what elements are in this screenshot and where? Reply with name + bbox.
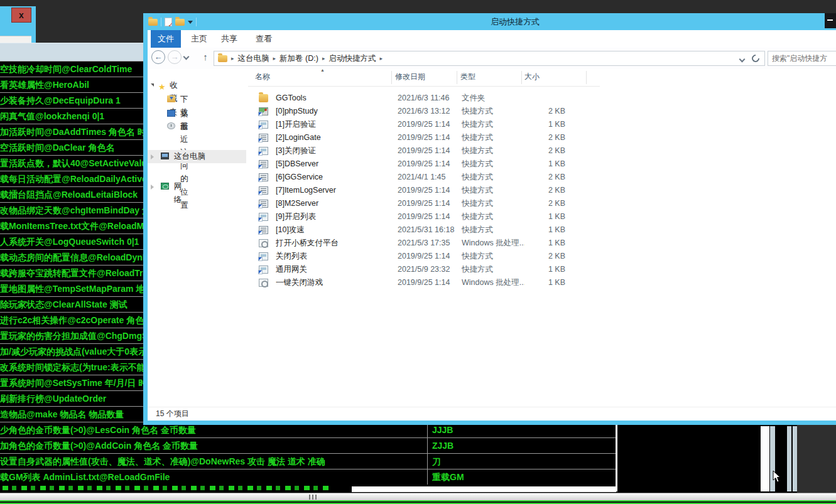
sidebar-item[interactable]: 这台电脑 <box>148 150 246 163</box>
table-row[interactable]: 关闭列表2019/9/25 1:14快捷方式2 KB <box>248 250 600 263</box>
breadcrumb-item[interactable]: 启动快捷方式 <box>328 53 376 64</box>
scrollbar-grip-icon[interactable] <box>309 495 310 500</box>
file-name: GGTools <box>276 92 395 105</box>
scrollbar-track-2[interactable] <box>787 426 791 491</box>
search-input[interactable]: 搜索"启动快捷方 <box>768 51 836 66</box>
expander-icon[interactable] <box>151 83 154 87</box>
table-row[interactable]: [3]关闭验证2019/9/25 1:14快捷方式2 KB <box>248 144 600 158</box>
column-header-date[interactable]: 修改日期 <box>395 72 425 82</box>
apptext-icon <box>259 226 268 234</box>
scrollbar-track[interactable] <box>761 426 769 491</box>
tab-home[interactable]: 主页 <box>188 30 210 48</box>
file-date: 2019/9/25 1:14 <box>398 158 460 171</box>
close-button[interactable]: x <box>11 8 31 23</box>
address-dropdown-icon[interactable] <box>739 56 746 63</box>
scrollbar-thumb-2[interactable] <box>793 426 797 491</box>
table-row[interactable]: 通用网关2021/5/9 23:32快捷方式1 KB <box>248 263 600 276</box>
gm-command-row[interactable]: 造物品@make 物品名 物品数量 <box>0 406 143 422</box>
file-name: [6]GGService <box>276 171 395 184</box>
new-folder-icon[interactable] <box>175 19 185 26</box>
table-row[interactable]: GGTools2021/6/3 11:46文件夹 <box>248 92 600 105</box>
folder-icon[interactable] <box>148 19 158 26</box>
gm-command-row[interactable]: 闲真气值@lookzhenqi 0|1 <box>0 108 143 124</box>
file-date: 2021/4/1 1:45 <box>398 171 460 184</box>
gm-command-row[interactable]: 人系统开关@LogQueueSwitch 0|1 <box>0 233 143 249</box>
gm-command-row[interactable]: 载MonItemsTree.txt文件@ReloadMonIte <box>0 218 143 233</box>
table-row[interactable]: [7]ItemLogServer2019/9/25 1:14快捷方式2 KB <box>248 184 600 197</box>
table-row[interactable]: 打开小桥支付平台2021/5/3 17:35Windows 批处理...1 KB <box>248 237 600 250</box>
chevron-down-icon[interactable] <box>188 21 193 24</box>
file-size: 2 KB <box>521 131 565 144</box>
apptext-icon <box>259 134 268 142</box>
table-row[interactable]: 一键关闭游戏2019/9/25 1:14Windows 批处理...1 KB <box>248 276 600 289</box>
horizontal-scrollbar[interactable] <box>0 493 836 500</box>
address-bar[interactable]: ▸这台电脑▸新加卷 (D:)▸启动快捷方式▸ <box>214 51 765 66</box>
column-separator[interactable] <box>457 71 457 84</box>
gm-command-list-bottom: 少角色的金币数量(>0)@LesCoin 角色名 金币数量JJJB加角色的金币数… <box>0 422 617 493</box>
column-separator[interactable] <box>521 71 522 84</box>
apptext-icon <box>259 200 268 208</box>
file-size: 2 KB <box>521 171 565 184</box>
folder-icon <box>259 94 268 102</box>
gm-command-row[interactable]: 空技能冷却时间@ClearColdTime <box>0 61 143 77</box>
minimize-button[interactable] <box>825 13 836 28</box>
gm-command-row[interactable]: 改系统时间锁定标志(为true:表示不能修改 <box>0 359 143 375</box>
gm-alias-cell[interactable]: 重载GM <box>432 469 614 485</box>
gm-alias-cell[interactable]: 刀 <box>432 454 614 469</box>
table-row[interactable]: [2]LoginGate2019/9/25 1:14快捷方式2 KB <box>248 131 600 144</box>
table-row[interactable]: [6]GGService2021/4/1 1:45快捷方式2 KB <box>248 171 600 184</box>
history-chevron-icon[interactable] <box>183 54 190 60</box>
gm-command-row[interactable]: 进行c2c相关操作@c2cOperate 角色名 <box>0 312 143 328</box>
gm-command-row[interactable]: 加活跃时间@DaAddTimes 角色名 时间 <box>0 124 143 139</box>
file-date: 2019/9/25 1:14 <box>398 131 460 144</box>
scrollbar-grip-icon[interactable] <box>312 495 313 500</box>
table-row[interactable]: [0]phpStudy2021/6/3 13:12快捷方式2 KB <box>248 105 600 118</box>
title-bar[interactable]: 启动快捷方式 <box>143 13 836 30</box>
table-row[interactable]: [9]开启列表2019/9/25 1:14快捷方式1 KB <box>248 210 600 223</box>
gm-command-row[interactable]: 载擂台阻挡点@ReloadLeitaiBlock <box>0 186 143 202</box>
breadcrumb-item[interactable]: 新加卷 (D:) <box>280 53 318 64</box>
gm-command-row[interactable]: 载每日活动配置@ReloadDailyActiveCfg <box>0 171 143 186</box>
gm-command-row[interactable]: 除玩家状态@ClearAllState 测试 <box>0 296 143 312</box>
column-header-name[interactable]: 名称 <box>255 72 270 82</box>
sort-ascending-icon: ▲ <box>320 68 325 72</box>
expander-icon[interactable] <box>151 154 154 159</box>
gm-alias-cell[interactable]: ZJJB <box>432 438 614 454</box>
table-row[interactable]: [5]DBServer2019/9/25 1:14快捷方式1 KB <box>248 158 600 171</box>
gm-command-row[interactable]: 加/减少玩家的挑战点(value大于0表示增 <box>0 343 143 359</box>
scrollbar-grip-icon[interactable] <box>315 495 317 500</box>
forward-button[interactable]: → <box>168 50 182 64</box>
explorer-window: 启动快捷方式 文件主页共享查看 ← → ↑ ▸这台电脑▸新加卷 (D:)▸启动快… <box>143 13 836 425</box>
expander-icon[interactable] <box>151 185 154 190</box>
back-button[interactable]: ← <box>151 50 165 64</box>
empty-list-area <box>352 486 616 492</box>
file-date: 2019/9/25 1:14 <box>398 144 460 158</box>
column-separator[interactable] <box>586 71 587 84</box>
file-name: [7]ItemLogServer <box>276 184 395 197</box>
refresh-icon[interactable] <box>751 53 761 64</box>
gm-command-row[interactable]: 置玩家的伤害分担加成值@ChgDmgShar <box>0 328 143 343</box>
gm-command-row[interactable]: 看英雄属性@HeroAbil <box>0 77 143 92</box>
column-header-type[interactable]: 类型 <box>460 72 475 82</box>
breadcrumb-item[interactable]: 这台电脑 <box>238 53 269 64</box>
tab-view[interactable]: 查看 <box>252 30 275 48</box>
gm-command-row[interactable]: 空活跃时间@DaClear 角色名 <box>0 139 143 155</box>
table-row[interactable]: [8]M2Server2019/9/25 1:14快捷方式2 KB <box>248 197 600 210</box>
gm-command-row[interactable]: 置活跃点数，默认40@SetActiveValue 角 <box>0 155 143 171</box>
table-row[interactable]: [1]开启验证2019/9/25 1:14快捷方式1 KB <box>248 118 600 131</box>
gm-command-row[interactable]: 刷新排行榜@UpdateOrder <box>0 390 143 406</box>
gm-command-row[interactable]: 载动态房间的配置信息@ReloadDynRoo <box>0 249 143 265</box>
properties-icon[interactable] <box>165 18 172 26</box>
tab-file[interactable]: 文件 <box>151 30 181 48</box>
tab-share[interactable]: 共享 <box>218 30 241 48</box>
column-separator[interactable] <box>391 71 392 84</box>
gm-command-row[interactable]: 改物品绑定天数@chgItemBindDay 角色名 <box>0 202 143 218</box>
gm-command-row[interactable]: 载跨服夺宝跳转配置文件@ReloadTrans <box>0 265 143 281</box>
gm-command-row[interactable]: 置地图属性@TempSetMapParam 地图代 <box>0 281 143 296</box>
column-header-size[interactable]: 大小 <box>524 72 540 82</box>
table-row[interactable]: [10]攻速2021/5/31 16:18快捷方式1 KB <box>248 223 600 237</box>
up-button[interactable]: ↑ <box>199 49 212 65</box>
window-title: 启动快捷方式 <box>452 16 578 28</box>
gm-command-row[interactable]: 置系统时间@SetSysTime 年/月/日 时: <box>0 375 143 390</box>
gm-command-row[interactable]: 少装备持久@DecEquipDura 1 <box>0 92 143 108</box>
